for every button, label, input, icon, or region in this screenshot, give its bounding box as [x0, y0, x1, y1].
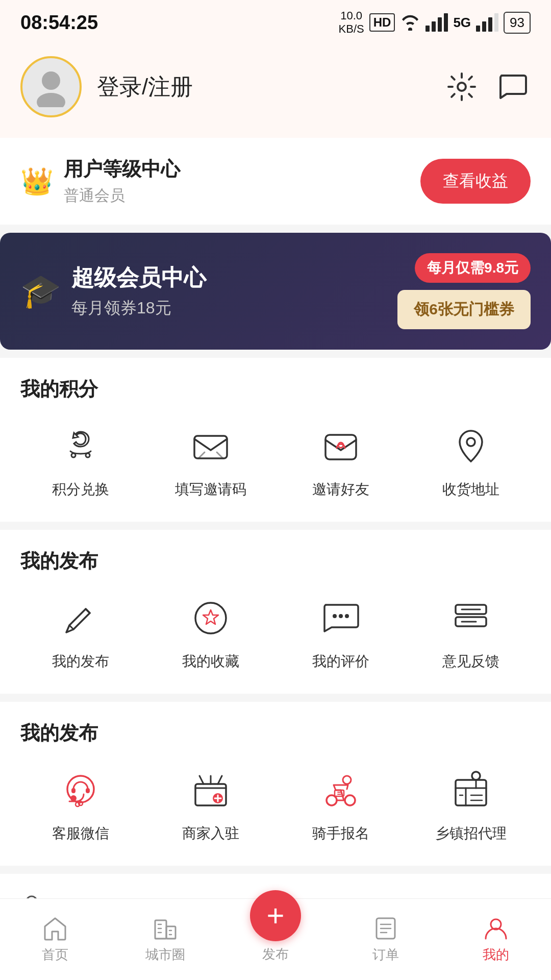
nav-mine[interactable]: 我的 — [441, 899, 551, 980]
my-publish-section-1: 我的发布 我的发布 我的收藏 — [0, 530, 551, 694]
user-level-card: 👑 用户等级中心 普通会员 查看收益 — [0, 138, 551, 225]
invite-friend-icon — [315, 421, 366, 472]
my-publish-item[interactable]: 我的发布 — [20, 593, 140, 671]
svg-rect-3 — [444, 13, 448, 32]
crown-icon: 👑 — [20, 166, 54, 197]
nav-city-label: 城市圈 — [145, 946, 185, 964]
level-info: 用户等级中心 普通会员 — [64, 156, 180, 206]
super-member-banner[interactable]: 🎓 超级会员中心 每月领券18元 每月仅需9.8元 领6张无门槛券 — [0, 233, 551, 350]
my-reviews-item[interactable]: 我的评价 — [281, 593, 400, 671]
feedback-icon — [445, 593, 496, 644]
nav-publish-label: 发布 — [262, 945, 289, 963]
status-icons: 10.0KB/S HD 5G 93 — [339, 9, 531, 36]
rider-signup-item[interactable]: 骑手报名 — [281, 765, 400, 843]
svg-point-15 — [338, 443, 343, 448]
svg-rect-7 — [494, 13, 498, 32]
header-actions — [444, 69, 531, 105]
svg-point-21 — [345, 614, 349, 618]
coupon-button[interactable]: 领6张无门槛券 — [397, 290, 531, 329]
nav-home[interactable]: 首页 — [0, 899, 110, 980]
feedback-item[interactable]: 意见反馈 — [411, 593, 531, 671]
my-publish-label: 我的发布 — [52, 652, 109, 671]
customer-service-item[interactable]: 客服微信 — [20, 765, 140, 843]
nav-city[interactable]: 城市圈 — [110, 899, 220, 980]
svg-point-31 — [79, 801, 83, 805]
merchant-entry-label: 商家入驻 — [182, 824, 239, 843]
svg-line-33 — [199, 776, 204, 784]
svg-line-17 — [69, 625, 73, 629]
settings-icon — [446, 71, 477, 102]
price-badge: 每月仅需9.8元 — [415, 253, 531, 283]
points-exchange-icon — [55, 421, 106, 472]
status-time: 08:54:25 — [20, 12, 98, 34]
profile-left[interactable]: 登录/注册 — [20, 56, 193, 117]
my-reviews-label: 我的评价 — [312, 652, 369, 671]
svg-rect-4 — [476, 26, 480, 32]
level-subtitle: 普通会员 — [64, 185, 180, 206]
rider-signup-label: 骑手报名 — [312, 824, 369, 843]
svg-point-9 — [37, 93, 65, 107]
svg-point-10 — [458, 83, 466, 91]
invite-code-label: 填写邀请码 — [175, 480, 246, 499]
settings-button[interactable] — [444, 69, 480, 105]
my-points-section: 我的积分 积分兑换 填写邀请码 — [0, 358, 551, 522]
level-title: 用户等级中心 — [64, 156, 180, 182]
super-member-title: 超级会员中心 — [71, 263, 206, 293]
level-left: 👑 用户等级中心 普通会员 — [20, 156, 180, 206]
signal-icon — [425, 13, 448, 32]
banner-text: 超级会员中心 每月领券18元 — [71, 263, 206, 320]
my-favorites-item[interactable]: 我的收藏 — [151, 593, 270, 671]
shipping-address-item[interactable]: 收货地址 — [411, 421, 531, 499]
my-publish-grid-2: 客服微信 商家入驻 — [20, 765, 531, 843]
super-member-subtitle: 每月领券18元 — [71, 297, 206, 320]
shipping-address-icon — [445, 421, 496, 472]
svg-point-41 — [343, 776, 351, 784]
header-area: 登录/注册 — [0, 41, 551, 138]
nav-order-label: 订单 — [372, 946, 399, 964]
svg-point-18 — [195, 603, 226, 633]
svg-rect-28 — [86, 788, 90, 793]
publish-button[interactable]: + — [250, 890, 301, 941]
avatar-placeholder-icon — [31, 66, 71, 107]
my-favorites-label: 我的收藏 — [182, 652, 239, 671]
svg-rect-5 — [482, 21, 486, 32]
net-speed: 10.0KB/S — [339, 9, 364, 36]
shipping-address-label: 收货地址 — [442, 480, 499, 499]
person-icon — [483, 915, 509, 942]
svg-rect-1 — [432, 21, 436, 32]
hd-badge: HD — [369, 13, 395, 32]
view-earnings-button[interactable]: 查看收益 — [420, 159, 531, 204]
signal-icon-2 — [476, 13, 498, 32]
township-agent-icon — [445, 765, 496, 816]
township-agent-item[interactable]: 乡镇招代理 — [411, 765, 531, 843]
my-publish-title-2: 我的发布 — [20, 720, 531, 746]
points-exchange-label: 积分兑换 — [52, 480, 109, 499]
nav-order[interactable]: 订单 — [331, 899, 441, 980]
banner-left: 🎓 超级会员中心 每月领券18元 — [20, 263, 206, 320]
invite-code-item[interactable]: 填写邀请码 — [151, 421, 270, 499]
svg-rect-56 — [166, 926, 176, 939]
customer-service-label: 客服微信 — [52, 824, 109, 843]
svg-line-35 — [218, 776, 222, 784]
svg-rect-55 — [155, 920, 166, 939]
login-register-text[interactable]: 登录/注册 — [97, 72, 193, 102]
svg-point-20 — [339, 614, 343, 618]
invite-friend-item[interactable]: 邀请好友 — [281, 421, 400, 499]
nav-publish[interactable]: + 发布 — [220, 899, 331, 980]
svg-point-16 — [467, 438, 475, 446]
rider-signup-icon — [315, 765, 366, 816]
merchant-entry-item[interactable]: 商家入驻 — [151, 765, 270, 843]
message-button[interactable] — [495, 69, 531, 105]
building-icon — [152, 915, 179, 942]
points-exchange-item[interactable]: 积分兑换 — [20, 421, 140, 499]
svg-point-11 — [71, 453, 76, 457]
avatar[interactable] — [20, 56, 82, 117]
svg-rect-0 — [425, 26, 430, 32]
my-publish-grid-1: 我的发布 我的收藏 我的评价 — [20, 593, 531, 671]
township-agent-label: 乡镇招代理 — [435, 824, 507, 843]
invite-friend-label: 邀请好友 — [312, 480, 369, 499]
graduation-icon: 🎓 — [20, 272, 61, 310]
svg-point-12 — [86, 453, 90, 457]
bottom-nav: 首页 城市圈 + 发布 订单 — [0, 898, 551, 980]
my-reviews-icon — [315, 593, 366, 644]
